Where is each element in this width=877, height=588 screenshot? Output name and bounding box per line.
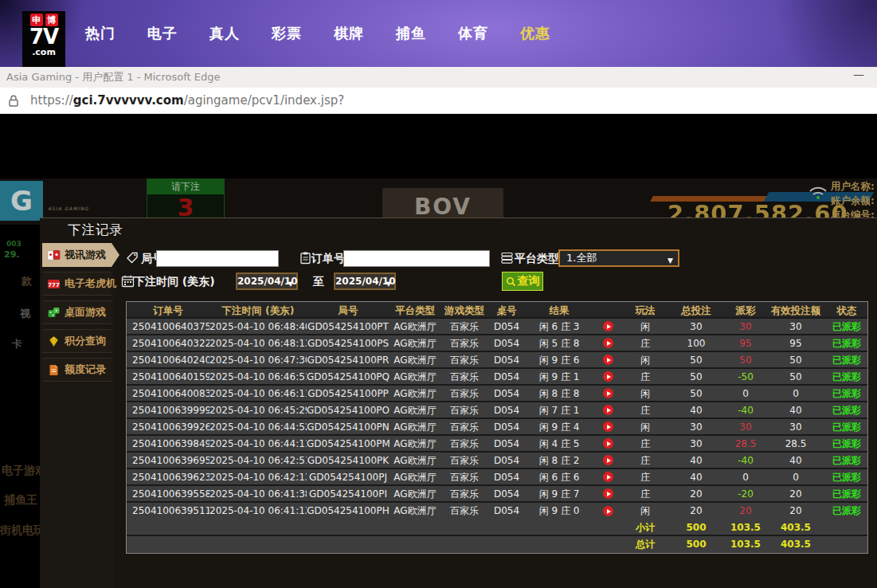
valid-bet-cell: 0 xyxy=(767,469,824,484)
status-cell: 已派彩 xyxy=(824,419,869,434)
bet-time-cell: 2025-04-10 06:45:29 xyxy=(209,402,307,417)
background-fragment: 捕鱼王 xyxy=(4,493,37,508)
platform-cell: AG欧洲厅 xyxy=(390,369,440,384)
table-no-cell: D054 xyxy=(488,453,525,468)
play-type-cell: 庄 xyxy=(622,469,668,484)
background-fragment: 003 xyxy=(6,240,22,248)
sidebar-item-label: 额度记录 xyxy=(65,363,106,377)
game-type-cell: 百家乐 xyxy=(440,503,488,519)
status-cell: 已派彩 xyxy=(824,436,869,451)
play-type-cell: 庄 xyxy=(622,335,668,351)
nav-item-lottery[interactable]: 彩票 xyxy=(272,24,302,43)
play-type-cell: 庄 xyxy=(622,436,668,451)
grand-total-status xyxy=(824,536,869,553)
date-to-picker[interactable]: 2025/04/10 xyxy=(334,272,396,290)
grand-total-spacer xyxy=(127,536,622,553)
play-circle-icon[interactable] xyxy=(603,371,613,382)
replay-cell xyxy=(593,352,622,367)
total-bet-cell: 20 xyxy=(668,486,724,501)
asia-gaming-name: ASIA GAMING xyxy=(48,206,89,211)
table-row: 250410063955862 2025-04-10 06:41:38 GD05… xyxy=(127,486,867,503)
document-icon xyxy=(47,363,61,377)
order-no-cell: 250410064032298 xyxy=(127,335,209,351)
bet-time-cell: 2025-04-10 06:44:11 xyxy=(209,436,307,451)
order-no-cell: 250410063955862 xyxy=(127,486,209,501)
sidebar-item-live-games[interactable]: 视讯游戏 xyxy=(42,243,112,267)
nav-item-sports[interactable]: 体育 xyxy=(458,24,488,43)
svg-text:777: 777 xyxy=(48,281,60,288)
padlock-icon xyxy=(8,94,19,108)
game-type-cell: 百家乐 xyxy=(440,402,488,417)
table-no-cell: D054 xyxy=(488,335,525,351)
tag-icon xyxy=(126,251,139,265)
replay-cell xyxy=(593,402,622,417)
nav-item-board[interactable]: 棋牌 xyxy=(334,24,364,43)
payout-cell: 95 xyxy=(724,335,767,351)
order-no-input[interactable] xyxy=(343,250,490,267)
play-circle-icon[interactable] xyxy=(603,438,613,449)
site-nav-items: 热门 电子 真人 彩票 棋牌 捕鱼 体育 优惠 xyxy=(85,0,550,67)
site-nav-bar: 申 博 7V .com 热门 电子 真人 彩票 棋牌 捕鱼 体育 优惠 xyxy=(0,0,877,67)
replay-cell xyxy=(593,469,622,484)
play-type-cell: 闲 xyxy=(622,419,668,434)
subtotal-spacer xyxy=(127,519,622,535)
valid-bet-cell: 28.5 xyxy=(767,436,824,451)
play-circle-icon[interactable] xyxy=(603,488,613,499)
header-result: 结果 xyxy=(525,302,593,317)
play-circle-icon[interactable] xyxy=(603,472,613,482)
magnifier-icon xyxy=(506,276,516,287)
play-circle-icon[interactable] xyxy=(603,405,613,415)
sidebar-item-slots[interactable]: 777 电子老虎机 xyxy=(42,272,112,296)
status-cell: 已派彩 xyxy=(824,453,869,468)
platform-type-value: 1.全部 xyxy=(566,252,597,264)
bet-time-cell: 2025-04-10 06:46:51 xyxy=(209,369,307,384)
header-round-no: 局号 xyxy=(307,302,390,317)
play-circle-icon[interactable] xyxy=(603,421,613,432)
result-cell: 闲 8 庄 2 xyxy=(525,453,593,468)
table-row: 250410064024028 2025-04-10 06:47:30 GD05… xyxy=(127,352,867,369)
replay-cell xyxy=(593,486,622,501)
nav-item-fishing[interactable]: 捕鱼 xyxy=(396,24,426,43)
sidebar-item-credit-records[interactable]: 额度记录 xyxy=(42,358,112,382)
round-no-input[interactable] xyxy=(156,250,279,267)
platform-cell: AG欧洲厅 xyxy=(390,319,440,334)
play-circle-icon[interactable] xyxy=(603,355,613,365)
table-body: 250410064037549 2025-04-10 06:48:40 GD05… xyxy=(127,319,867,519)
total-bet-cell: 50 xyxy=(668,352,724,367)
header-game-type: 游戏类型 xyxy=(440,302,488,317)
nav-item-hot[interactable]: 热门 xyxy=(85,24,115,43)
nav-item-live[interactable]: 真人 xyxy=(209,24,240,43)
platform-cell: AG欧洲厅 xyxy=(390,352,440,367)
order-no-cell: 250410064024028 xyxy=(127,352,209,367)
valid-bet-cell: 20 xyxy=(767,486,824,501)
minimize-button[interactable]: — xyxy=(853,68,864,80)
search-button[interactable]: 查询 xyxy=(502,272,543,291)
site-logo[interactable]: 申 博 7V .com xyxy=(22,11,65,67)
order-no-cell: 250410063999933 xyxy=(127,402,209,417)
date-from-picker[interactable]: 2025/04/10 xyxy=(236,272,298,290)
result-cell: 闲 6 庄 6 xyxy=(525,469,593,484)
nav-item-promo[interactable]: 优惠 xyxy=(520,24,550,43)
sidebar-item-table-games[interactable]: 桌面游戏 xyxy=(42,300,112,324)
play-circle-icon[interactable] xyxy=(603,506,613,516)
play-circle-icon[interactable] xyxy=(603,321,613,331)
play-circle-icon[interactable] xyxy=(603,338,613,348)
play-circle-icon[interactable] xyxy=(603,388,613,398)
round-no-cell: GD054254100PN xyxy=(307,419,390,434)
platform-type-select[interactable]: 1.全部 xyxy=(558,249,679,267)
header-order-no: 订单号 xyxy=(127,302,209,317)
result-cell: 闲 6 庄 3 xyxy=(525,319,593,334)
nav-item-slots[interactable]: 电子 xyxy=(147,24,178,43)
result-cell: 闲 9 庄 7 xyxy=(525,486,593,501)
table-no-cell: D054 xyxy=(488,402,525,417)
sidebar-item-points-query[interactable]: 积分查询 xyxy=(42,329,112,353)
valid-bet-cell: 20 xyxy=(767,503,824,519)
dice-icon xyxy=(47,306,61,319)
order-no-cell: 250410063969568 xyxy=(127,453,209,468)
header-total-bet: 总投注 xyxy=(668,302,724,317)
subtotal-row: 小计 500 103.5 403.5 xyxy=(127,519,867,536)
play-type-cell: 闲 xyxy=(622,352,668,367)
url-bar[interactable]: https://gci.7vvvvvv.com/agingame/pcv1/in… xyxy=(0,88,877,114)
slot-777-icon: 777 xyxy=(47,277,61,291)
play-circle-icon[interactable] xyxy=(603,455,613,465)
